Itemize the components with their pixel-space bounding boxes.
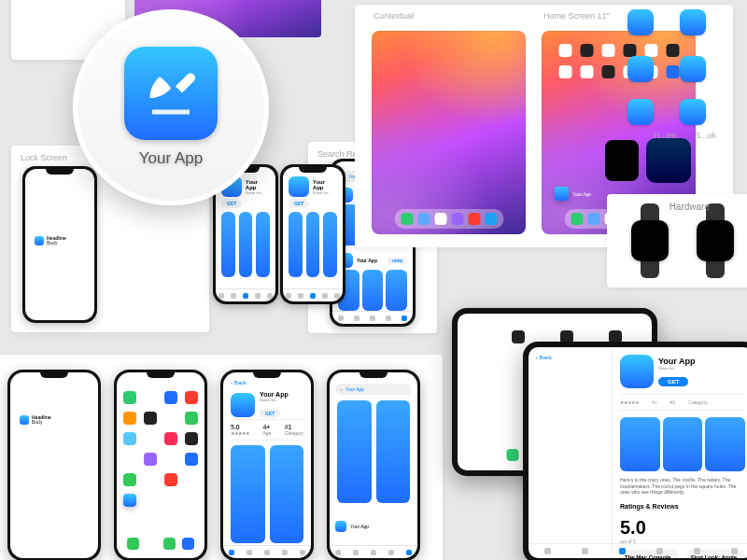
app-label: Your App [572,191,591,197]
screenshot-row[interactable] [231,445,303,543]
screenshot[interactable] [386,270,407,311]
screenshot[interactable] [620,417,660,471]
label-contextual: Contextual [374,11,414,21]
brush-icon [143,65,199,121]
iphone-lockscreen-large: Wednesday, September 12 Headline Body [7,370,101,560]
screenshot[interactable] [289,212,303,277]
screenshot[interactable] [306,212,320,277]
search-result[interactable]: Your App OPEN [338,253,407,268]
search-icon: ⌕ [340,386,343,392]
brush-icon [289,176,309,197]
get-button[interactable]: GET [221,199,242,208]
back-link[interactable]: ‹ Back [529,347,612,368]
hero-magnifier: Your App [73,9,269,205]
screenshot-row[interactable] [338,270,407,311]
brush-icon [680,9,706,35]
notif-body: Body [32,420,51,425]
iphone-strip-card: Wednesday, September 12 Headline Body [0,355,443,560]
tab-bar[interactable] [529,543,747,558]
brush-icon[interactable] [123,494,136,507]
tab-bar[interactable] [283,288,343,301]
brush-icon [627,56,654,82]
rating-summary: 5.0 out of 5 [620,517,745,544]
app-name: Your App [313,179,337,190]
label-sok: S...ok [695,131,716,140]
app-subtitle: Some Inc. [658,366,696,371]
apple-watch-1 [626,203,674,278]
screenshot[interactable] [221,212,235,277]
brush-icon [627,9,654,35]
tab-bar[interactable] [216,288,275,301]
app-subtitle: Some Inc. [313,190,337,195]
brush-icon [35,236,44,245]
screenshot[interactable] [337,400,372,503]
apple-watch-2 [691,203,740,278]
tab-bar[interactable] [223,545,311,558]
screenshot[interactable] [376,400,411,503]
notch [147,372,175,378]
lock-date: Wednesday, September 12 [35,389,91,395]
app-name: Your App [260,391,289,398]
ipad-contextual [372,31,526,234]
notif-body: Body [47,241,66,245]
get-button[interactable]: GET [289,199,309,208]
ipad-dock[interactable] [394,209,503,229]
screenshot[interactable] [231,445,265,543]
get-button[interactable]: GET [260,409,280,418]
search-field[interactable]: ⌕ Your App [335,384,412,395]
brush-icon [620,355,654,388]
brush-icon [680,99,706,125]
ipad-appstore-hw: ‹ Back Your App Some Inc. GET ★★★★★4+#1C… [523,342,747,560]
lock-time: 9:4 [33,193,59,215]
ratings-header: Ratings & Reviews [620,503,745,510]
app-name: Your App [658,357,696,366]
watch-icon-grid [616,9,747,121]
watch-face [631,220,669,261]
screenshot[interactable] [270,445,304,543]
screenshot-row[interactable] [289,212,337,277]
screenshot-row[interactable] [337,400,410,503]
ipad-sidebar[interactable]: ‹ Back [529,347,613,558]
app-name: Your App [246,179,270,190]
screenshot-row[interactable] [620,417,745,471]
screenshot[interactable] [663,417,703,471]
iphone-appstore-small-2: Your App Some Inc. GET [280,164,345,304]
notch [359,372,388,378]
iphone-home [114,370,207,560]
screenshot[interactable] [256,212,270,277]
screenshot[interactable] [239,212,253,277]
brush-icon[interactable] [555,187,569,201]
watch-face-apps[interactable] [697,220,734,261]
search-query: Your App [345,386,364,392]
iphone-appstore-product: ‹ Back Your App Some Inc. GET 5.0★★★★★ 4… [220,370,314,560]
iphone-spotlight: ⌕ Your App Your App [327,370,420,560]
screenshot[interactable] [323,212,337,277]
app-subtitle: Some Inc. [246,190,270,195]
get-button[interactable]: GET [658,377,688,386]
label-lockscreen: Lock Screen [21,153,67,162]
hero-app-title: Your App [139,149,203,168]
open-button[interactable]: OPEN [388,258,407,264]
app-icon [124,47,218,140]
metric-row: 5.0★★★★★ 4+Age #1Category [231,419,303,441]
lock-notification[interactable]: Headline Body [16,408,92,432]
lock-notification[interactable]: Headline Body [31,231,89,251]
brush-icon [231,393,255,417]
tab-bar[interactable] [330,545,417,558]
brush-icon [627,99,654,125]
app-description: Here's to the crazy ones. The misfits. T… [620,477,745,496]
home-grid[interactable] [123,391,198,507]
spotlight-app-label: Your App [350,524,369,529]
back-link[interactable]: ‹ Back [231,380,247,385]
lock-date: Wednesday, September 12 [33,216,89,221]
spotlight-result[interactable]: Your App [335,521,412,532]
iphone-dock[interactable] [124,534,197,553]
label-home11: Home Screen 11" [543,11,610,21]
screenshot[interactable] [362,270,384,311]
label-hardware: Hardware [669,202,710,212]
notch [253,372,281,378]
notch [299,167,327,173]
screenshot[interactable] [705,417,745,471]
tab-bar[interactable] [332,311,413,324]
screenshot-row[interactable] [221,212,270,277]
